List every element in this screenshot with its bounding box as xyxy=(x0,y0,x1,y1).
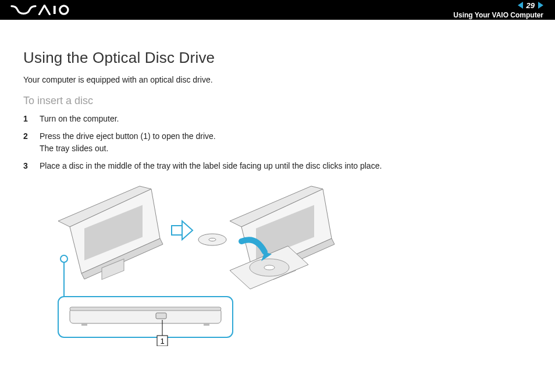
page-number: 29 xyxy=(526,1,535,10)
svg-point-20 xyxy=(264,265,275,270)
step-text: Turn on the computer. xyxy=(40,114,119,123)
disc-drive-diagram: 1 xyxy=(52,183,378,346)
svg-point-1 xyxy=(60,6,68,14)
svg-rect-27 xyxy=(204,323,209,326)
svg-rect-0 xyxy=(54,6,56,14)
step-text: Press the drive eject button (1) to open… xyxy=(40,131,216,152)
header-bar: 29 Using Your VAIO Computer xyxy=(0,0,555,20)
page-title: Using the Optical Disc Drive xyxy=(23,49,532,67)
callout-number: 1 xyxy=(160,337,164,345)
step-text: Place a disc in the middle of the tray w… xyxy=(40,161,382,170)
svg-point-7 xyxy=(61,255,67,262)
section-label: Using Your VAIO Computer xyxy=(453,11,543,19)
svg-marker-10 xyxy=(182,221,193,240)
svg-rect-25 xyxy=(156,313,166,319)
step-item: Press the drive eject button (1) to open… xyxy=(23,130,532,154)
svg-point-12 xyxy=(209,238,216,241)
step-item: Turn on the computer. xyxy=(23,113,532,124)
intro-text: Your computer is equipped with an optica… xyxy=(23,75,532,84)
page-content: Using the Optical Disc Drive Your comput… xyxy=(0,20,555,358)
vaio-logo xyxy=(9,5,73,15)
step-item: Place a disc in the middle of the tray w… xyxy=(23,160,532,172)
sub-heading: To insert a disc xyxy=(23,95,532,107)
nav-next-icon[interactable] xyxy=(538,2,543,9)
illustration: 1 xyxy=(52,183,532,346)
svg-rect-24 xyxy=(70,307,221,311)
steps-list: Turn on the computer. Press the drive ej… xyxy=(23,113,532,172)
svg-rect-26 xyxy=(81,323,87,326)
header-right: 29 Using Your VAIO Computer xyxy=(453,1,543,19)
svg-rect-9 xyxy=(172,226,182,235)
nav-prev-icon[interactable] xyxy=(518,2,523,9)
